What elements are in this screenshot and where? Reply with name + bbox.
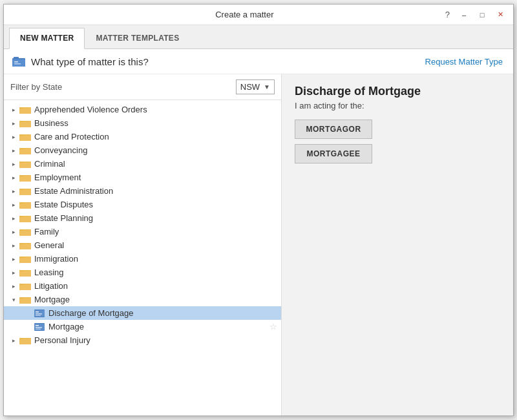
tree-item-label: Personal Injury	[34, 335, 277, 345]
tree-item-mortgage[interactable]: ▾ Mortgage	[4, 293, 281, 306]
svg-rect-34	[19, 229, 24, 231]
svg-rect-49	[19, 297, 24, 299]
tree-item-discharge-mortgage[interactable]: Discharge of Mortgage	[4, 306, 281, 320]
tree-item-leasing[interactable]: ▸ Leasing	[4, 266, 281, 279]
tree-item-employment[interactable]: ▸ Employment	[4, 171, 281, 184]
svg-rect-30	[19, 216, 31, 222]
request-matter-type-link[interactable]: Request Matter Type	[425, 57, 503, 67]
expander-icon: ▸	[9, 214, 18, 223]
tree-item-litigation[interactable]: ▸ Litigation	[4, 279, 281, 293]
tree-item-label: Criminal	[34, 159, 277, 169]
svg-rect-15	[19, 149, 31, 154]
tree-item-label: Business	[34, 118, 277, 128]
svg-rect-58	[36, 327, 42, 328]
svg-rect-24	[19, 189, 31, 195]
tree-item-label: Mortgage	[34, 295, 277, 304]
svg-rect-16	[19, 148, 24, 149]
svg-rect-4	[14, 63, 21, 65]
folder-icon	[19, 105, 31, 114]
svg-rect-7	[19, 107, 24, 109]
section-header: What type of matter is this? Request Mat…	[4, 49, 513, 74]
help-button[interactable]: ?	[441, 8, 454, 21]
expander-icon: ▸	[9, 146, 18, 155]
acting-for-label: I am acting for the:	[295, 101, 500, 110]
svg-rect-22	[19, 175, 24, 176]
svg-rect-43	[19, 270, 24, 271]
tree-item-family[interactable]: ▸ Family	[4, 225, 281, 238]
maximize-button[interactable]: □	[474, 8, 490, 22]
expander-icon: ▸	[9, 132, 18, 142]
dropdown-arrow-icon: ▼	[264, 83, 270, 90]
folder-icon	[19, 336, 31, 345]
svg-rect-10	[19, 121, 24, 122]
left-panel: Filter by State NSW ▼ ▸ Apprehended Viol…	[4, 74, 282, 415]
expander-icon: ▸	[9, 105, 18, 114]
svg-rect-42	[19, 271, 31, 277]
state-value: NSW	[240, 82, 260, 92]
tree-item-general[interactable]: ▸ General	[4, 238, 281, 252]
tree-item-label: Family	[34, 227, 277, 236]
svg-rect-12	[19, 135, 31, 141]
minimize-button[interactable]: –	[456, 8, 472, 22]
window-title: Create a matter	[48, 10, 441, 19]
tree-item-apprehended[interactable]: ▸ Apprehended Violence Orders	[4, 103, 281, 116]
expander-icon: ▸	[9, 255, 18, 264]
folder-icon	[19, 119, 31, 128]
expander-icon: ▸	[9, 227, 18, 236]
mortgagee-button[interactable]: MORTGAGEE	[295, 144, 372, 163]
expander-icon: ▸	[9, 187, 18, 196]
folder-icon	[19, 255, 31, 264]
tree-item-label: Care and Protection	[34, 132, 277, 142]
filter-label: Filter by State	[10, 82, 236, 92]
tree-item-business[interactable]: ▸ Business	[4, 116, 281, 130]
matter-tree[interactable]: ▸ Apprehended Violence Orders ▸ Business…	[4, 100, 281, 415]
tree-item-conveyancing[interactable]: ▸ Conveyancing	[4, 143, 281, 157]
svg-rect-45	[19, 284, 31, 290]
main-window: Create a matter ? – □ ✕ NEW MATTER MATTE…	[3, 4, 514, 416]
svg-rect-9	[19, 121, 31, 127]
tree-item-label: Estate Administration	[34, 186, 277, 196]
svg-rect-13	[19, 134, 24, 136]
star-icon[interactable]: ☆	[269, 322, 277, 331]
right-panel: Discharge of Mortgage I am acting for th…	[282, 74, 513, 415]
svg-rect-1	[12, 59, 25, 67]
tree-item-label: General	[34, 240, 277, 250]
svg-rect-18	[19, 162, 31, 168]
tree-item-estate-planning[interactable]: ▸ Estate Planning	[4, 211, 281, 225]
matter-type-icon	[12, 56, 26, 67]
tree-item-label: Mortgage	[48, 322, 267, 331]
state-dropdown[interactable]: NSW ▼	[236, 79, 275, 94]
svg-rect-36	[19, 244, 31, 249]
expander-placeholder	[23, 309, 32, 318]
svg-rect-3	[14, 61, 18, 63]
mortgagor-button[interactable]: MORTGAGOR	[295, 120, 372, 139]
tree-item-estate-disputes[interactable]: ▸ Estate Disputes	[4, 198, 281, 211]
tree-item-immigration[interactable]: ▸ Immigration	[4, 252, 281, 266]
expander-icon: ▸	[9, 241, 18, 250]
selected-matter-title: Discharge of Mortgage	[295, 85, 500, 98]
matter-icon	[34, 322, 45, 331]
tree-item-estate-admin[interactable]: ▸ Estate Administration	[4, 184, 281, 198]
tree-item-label: Estate Planning	[34, 213, 277, 223]
folder-icon	[19, 214, 31, 223]
tab-matter-templates[interactable]: MATTER TEMPLATES	[85, 28, 190, 48]
tree-item-criminal[interactable]: ▸ Criminal	[4, 157, 281, 171]
tree-item-mortgage-item[interactable]: Mortgage ☆	[4, 320, 281, 333]
tree-item-care[interactable]: ▸ Care and Protection	[4, 130, 281, 143]
expander-icon: ▾	[9, 295, 18, 304]
tree-item-label: Apprehended Violence Orders	[34, 105, 277, 114]
tree-item-personal-injury[interactable]: ▸ Personal Injury	[4, 333, 281, 347]
title-bar-controls: ? – □ ✕	[441, 8, 508, 22]
svg-rect-52	[36, 311, 39, 313]
expander-icon: ▸	[9, 282, 18, 291]
tab-new-matter[interactable]: NEW MATTER	[9, 28, 85, 49]
tree-item-label: Litigation	[34, 281, 277, 291]
content-area: What type of matter is this? Request Mat…	[4, 49, 513, 415]
folder-icon	[19, 187, 31, 196]
svg-rect-28	[19, 202, 24, 204]
folder-icon	[19, 241, 31, 250]
tree-item-label: Leasing	[34, 268, 277, 277]
close-button[interactable]: ✕	[492, 8, 508, 22]
svg-rect-46	[19, 284, 24, 285]
tree-item-label: Estate Disputes	[34, 200, 277, 209]
